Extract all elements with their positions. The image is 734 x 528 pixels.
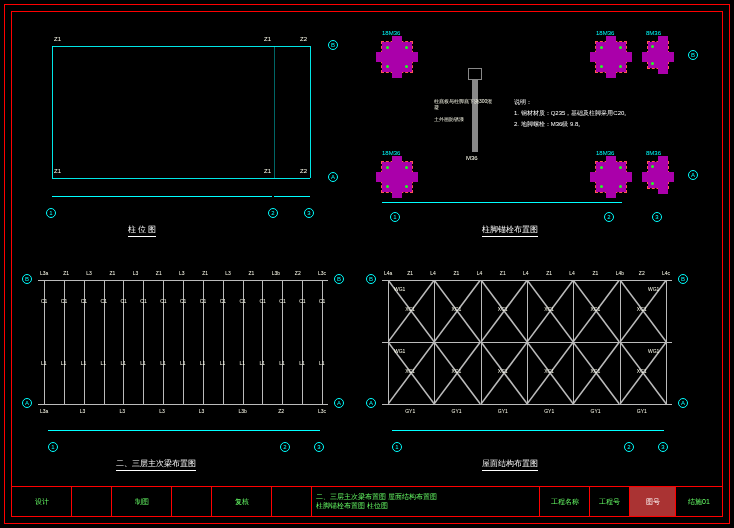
beam-label: L1 [120, 360, 126, 366]
beam-label: L1 [140, 360, 146, 366]
axis-B: B [334, 274, 344, 284]
beam-label: L1 [61, 360, 67, 366]
purlin-label: WG1 [648, 286, 659, 292]
beam-label: L1 [220, 360, 226, 366]
edge-beam-label: Z1 [249, 270, 255, 276]
bolt-count: 18M36 [382, 30, 400, 36]
caption-view3: 二、三层主次梁布置图 [116, 458, 196, 471]
brace-label: XC1 [452, 368, 462, 374]
axis-B: B [678, 274, 688, 284]
view-roof-layout: XC1XC1XC1XC1XC1XC1WG1WG1XC1XC1XC1XC1XC1X… [372, 250, 718, 470]
drawing-frame: Z1 Z1 Z2 Z1 Z1 Z2 1 2 3 B A 柱 位 图 [11, 11, 723, 517]
axis-1: 1 [390, 212, 400, 222]
beam-label: C1 [140, 298, 146, 304]
edge-beam-label: Z1 [407, 270, 413, 276]
beam-label: C1 [279, 298, 285, 304]
beam-label: C1 [120, 298, 126, 304]
brace-label: XC1 [591, 368, 601, 374]
axis-1: 1 [392, 442, 402, 452]
tie-label: GY1 [637, 408, 647, 414]
axis-A: A [22, 398, 32, 408]
edge-beam-label: L3 [80, 408, 86, 414]
outline-bot [52, 178, 310, 179]
edge-beam-label: L4c [662, 270, 670, 276]
axis-B: B [688, 50, 698, 60]
edge-beam-label: Z1 [202, 270, 208, 276]
beam-label: C1 [160, 298, 166, 304]
tb-drawing-name: 二、三层主次梁布置图 屋面结构布置图 柱脚锚栓布置图 柱位图 [312, 487, 540, 516]
axis-2: 2 [280, 442, 290, 452]
axis-A: A [334, 398, 344, 408]
rafter [666, 280, 667, 404]
beam-label: C1 [81, 298, 87, 304]
tie-label: GY1 [405, 408, 415, 414]
brace-label: XC1 [405, 306, 415, 312]
bolt-count: 8M36 [646, 30, 661, 36]
edge-beam-label: Z1 [156, 270, 162, 276]
sheet-border: Z1 Z1 Z2 Z1 Z1 Z2 1 2 3 B A 柱 位 图 [4, 4, 730, 524]
beam-label: C1 [180, 298, 186, 304]
dim-h1 [52, 196, 272, 197]
tb-dwgno-label: 图号 [630, 487, 676, 516]
dim-h2 [288, 430, 320, 431]
outline-top [52, 46, 310, 47]
brace-label: XC1 [498, 306, 508, 312]
beam-label: C1 [259, 298, 265, 304]
general-notes: 说明： 1. 钢材材质：Q235，基础及柱脚采用C20。 2. 地脚螺栓：M36… [514, 98, 630, 131]
beam-label: C1 [41, 298, 47, 304]
col-label: Z1 [264, 36, 271, 42]
anchor-plate [596, 42, 626, 72]
beam-label: C1 [240, 298, 246, 304]
edge-beam-label: L3b [239, 408, 247, 414]
edge-beam-label: Z1 [110, 270, 116, 276]
edge-beam-label: L4 [569, 270, 575, 276]
brace-label: XC1 [637, 368, 647, 374]
edge-beam-label: L3 [133, 270, 139, 276]
edge-beam-label: L4 [477, 270, 483, 276]
axis-B: B [366, 274, 376, 284]
beam-label: L1 [180, 360, 186, 366]
outline-left [52, 46, 53, 178]
edge-beam-label: L3c [318, 270, 326, 276]
detail-text2: 土外画防锈漆 [434, 116, 464, 122]
tb-drawn: 制图 [112, 487, 172, 516]
beam-bot [38, 404, 328, 405]
edge-beam-label: L3a [40, 408, 48, 414]
edge-beam-label: Z1 [500, 270, 506, 276]
edge-beam-label: Z1 [63, 270, 69, 276]
brace-label: XC1 [405, 368, 415, 374]
tie-label: GY1 [591, 408, 601, 414]
beam-label: C1 [220, 298, 226, 304]
tb-design: 设计 [12, 487, 72, 516]
beam-label: L1 [319, 360, 325, 366]
axis-3: 3 [304, 208, 314, 218]
col-label: Z1 [54, 36, 61, 42]
bolt-count: 18M36 [596, 30, 614, 36]
edge-beam-label: L3 [159, 408, 165, 414]
anchor-plate [596, 162, 626, 192]
axis-3: 3 [658, 442, 668, 452]
edge-beam-label: L3 [119, 408, 125, 414]
axis-B: B [328, 40, 338, 50]
axis-2: 2 [604, 212, 614, 222]
anchor-plate [382, 42, 412, 72]
edge-beam-label: L3c [318, 408, 326, 414]
outline-right [310, 46, 311, 178]
purlin-label: WG1 [394, 286, 405, 292]
bolt-detail-head [468, 68, 482, 80]
edge-beam-label: L3 [179, 270, 185, 276]
beam-label: L1 [279, 360, 285, 366]
edge-beam-label: Z1 [593, 270, 599, 276]
edge-beam-label: L3a [40, 270, 48, 276]
edge-beam-label: L4 [523, 270, 529, 276]
tb-check-val [272, 487, 312, 516]
tb-design-val [72, 487, 112, 516]
beam-label: L1 [259, 360, 265, 366]
edge-beam-label: Z1 [546, 270, 552, 276]
anchor-plate [382, 162, 412, 192]
dim-h1 [392, 430, 632, 431]
brace-label: XC1 [452, 306, 462, 312]
edge-beam-label: L4a [384, 270, 392, 276]
view-floor-beam-layout: C1L1C1L1C1L1C1L1C1L1C1L1C1L1C1L1C1L1C1L1… [28, 250, 348, 470]
axis-1: 1 [48, 442, 58, 452]
